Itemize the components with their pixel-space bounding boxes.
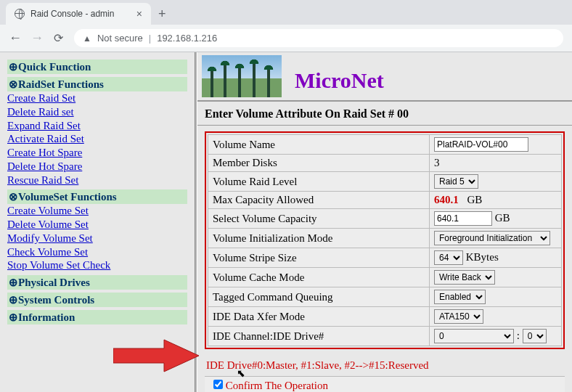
row-max-capacity: Max Capacity Allowed 640.1 GB [208,192,562,209]
confirm-row: Confirm The Operation [205,376,565,392]
address-bar: ← → ⟳ ▲ Not secure | 192.168.1.216 [0,25,572,52]
url-text: 192.168.1.216 [157,33,217,44]
label-member-disks: Member Disks [208,155,430,172]
section-label: Information [18,311,75,323]
globe-icon [15,9,25,19]
select-xfer-mode[interactable]: ATA150 [434,309,483,324]
expand-icon: ⊕ [9,61,18,73]
section-physical-drives[interactable]: ⊕Physical Drives [7,275,187,290]
label-tcq: Tagged Command Queuing [208,287,430,307]
label-stripe-size: Volume Stripe Size [208,248,430,268]
input-volume-name[interactable] [434,137,528,152]
section-label: VolumeSet Functions [18,191,117,203]
link-check-volume-set[interactable]: Check Volume Set [7,245,187,259]
brand-title: MicroNet [295,68,384,97]
link-create-volume-set[interactable]: Create Volume Set [7,204,187,218]
row-xfer-mode: IDE Data Xfer Mode ATA150 [208,307,562,327]
collapse-icon: ⊗ [9,78,18,90]
banner: MicroNet [197,52,572,102]
browser-tab[interactable]: Raid Console - admin × [6,3,151,25]
section-label: RaidSet Functions [18,78,104,90]
link-create-hot-spare[interactable]: Create Hot Spare [7,146,187,160]
label-volume-name: Volume Name [208,135,430,155]
row-init-mode: Volume Initialization Mode Foreground In… [208,229,562,248]
section-label: Physical Drives [18,277,90,288]
reload-button[interactable]: ⟳ [52,31,64,45]
back-button[interactable]: ← [9,30,20,46]
value-max-capacity: 640.1 [434,194,465,205]
row-ide-channel: IDE Channel:IDE Drive# 0 : 0 [208,327,562,346]
link-stop-volume-set-check[interactable]: Stop Volume Set Check [7,258,187,272]
unit-gb: GB [467,194,483,205]
attribute-frame: Volume Name Member Disks 3 Volume Raid L… [205,131,565,349]
label-cache-mode: Volume Cache Mode [208,268,430,287]
expand-icon: ⊕ [9,277,18,288]
row-member-disks: Member Disks 3 [208,155,562,172]
attribute-table: Volume Name Member Disks 3 Volume Raid L… [208,134,562,346]
separator: | [149,33,151,44]
select-stripe-size[interactable]: 64 [434,250,463,265]
label-init-mode: Volume Initialization Mode [208,229,430,248]
page-title: Enter Volume Attribute On Raid Set # 00 [197,102,572,126]
row-stripe-size: Volume Stripe Size 64 KBytes [208,248,562,268]
sidebar: ⊕Quick Function ⊗RaidSet Functions Creat… [0,52,195,392]
section-raidset[interactable]: ⊗RaidSet Functions [7,77,187,91]
colon-separator: : [517,330,520,341]
link-expand-raid-set[interactable]: Expand Raid Set [7,119,187,133]
label-max-capacity: Max Capacity Allowed [208,192,430,209]
row-volume-name: Volume Name [208,135,562,155]
url-box[interactable]: ▲ Not secure | 192.168.1.216 [74,29,563,47]
select-ide-drive[interactable]: 0 [523,329,547,343]
content-pane: MicroNet Enter Volume Attribute On Raid … [197,52,572,392]
link-delete-volume-set[interactable]: Delete Volume Set [7,218,187,232]
forward-button[interactable]: → [30,30,42,46]
label-raid-level: Volume Raid Level [208,172,430,192]
workspace: ⊕Quick Function ⊗RaidSet Functions Creat… [0,52,572,392]
section-information[interactable]: ⊕Information [7,310,187,324]
checkbox-confirm[interactable] [213,380,223,389]
link-delete-hot-spare[interactable]: Delete Hot Spare [7,160,187,173]
label-select-capacity: Select Volume Capacity [208,209,430,229]
link-activate-raid-set[interactable]: Activate Raid Set [7,132,187,146]
close-icon[interactable]: × [136,8,142,20]
link-create-raid-set[interactable]: Create Raid Set [7,91,187,105]
row-cache-mode: Volume Cache Mode Write Back [208,268,562,287]
collapse-icon: ⊗ [9,191,18,203]
unit-kbytes: KBytes [466,251,499,263]
banner-image [202,55,282,97]
new-tab-button[interactable]: + [151,7,173,25]
tab-title: Raid Console - admin [30,9,114,19]
row-raid-level: Volume Raid Level Raid 5 [208,172,562,192]
warning-icon: ▲ [83,33,91,44]
unit-gb: GB [495,212,510,224]
label-confirm: Confirm The Operation [226,380,328,391]
select-init-mode[interactable]: Foreground Initialization [434,231,550,245]
expand-icon: ⊕ [9,311,18,323]
select-ide-channel[interactable]: 0 [434,329,514,343]
label-xfer-mode: IDE Data Xfer Mode [208,307,430,327]
section-label: System Controls [18,294,94,306]
link-rescue-raid-set[interactable]: Rescue Raid Set [7,173,187,187]
tab-bar: Raid Console - admin × + [0,0,572,25]
row-select-capacity: Select Volume Capacity GB [208,209,562,229]
select-raid-level[interactable]: Raid 5 [434,174,478,189]
section-quick-function[interactable]: ⊕Quick Function [7,60,187,74]
select-cache-mode[interactable]: Write Back [434,270,495,285]
label-ide-channel: IDE Channel:IDE Drive# [208,327,430,346]
section-volumeset[interactable]: ⊗VolumeSet Functions [7,189,187,204]
value-member-disks: 3 [430,155,562,172]
input-select-capacity[interactable] [434,211,492,226]
row-tcq: Tagged Command Queuing Enabled [208,287,562,307]
select-tcq[interactable]: Enabled [434,290,486,304]
ide-note: IDE Drive#0:Master, #1:Slave, #2-->#15:R… [197,355,572,376]
browser-chrome: Raid Console - admin × + ← → ⟳ ▲ Not sec… [0,0,572,52]
link-modify-volume-set[interactable]: Modify Volume Set [7,232,187,245]
section-system-controls[interactable]: ⊕System Controls [7,293,187,307]
link-delete-raid-set[interactable]: Delete Raid set [7,105,187,119]
not-secure-label: Not secure [97,33,143,44]
section-label: Quick Function [18,61,91,73]
expand-icon: ⊕ [9,294,18,306]
